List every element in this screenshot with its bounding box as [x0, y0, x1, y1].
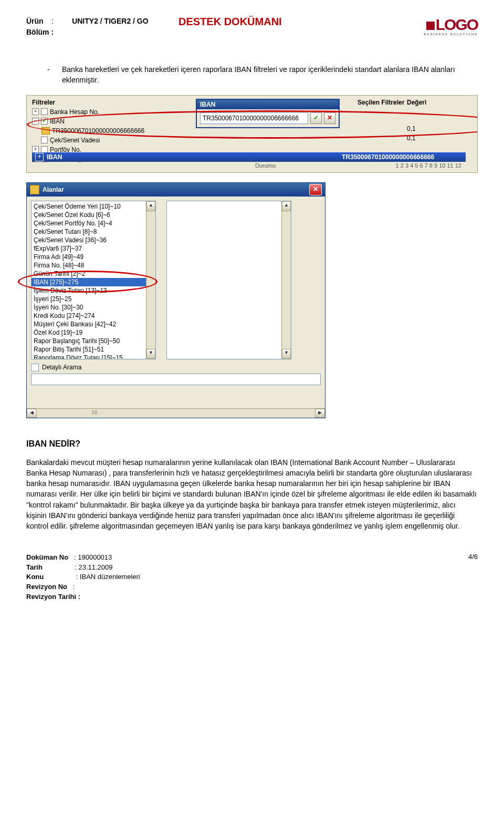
- f-konu-v: : IBAN düzenlemeleri: [76, 573, 140, 581]
- f-tarih-l: Tarih: [26, 563, 43, 571]
- logo-square-icon: [426, 22, 435, 30]
- list-item[interactable]: Günün Tarihi [2]~2: [32, 270, 146, 278]
- scroll-down-icon[interactable]: ▼: [146, 349, 155, 359]
- scroll-up-icon[interactable]: ▲: [282, 201, 291, 211]
- collapse-icon[interactable]: −: [32, 118, 39, 125]
- f-dokno-v: : 190000013: [74, 553, 112, 561]
- selected-filters: Seçilen Filtreler Değeri 0,1: [358, 99, 472, 143]
- search-input[interactable]: [31, 374, 321, 385]
- scroll-track[interactable]: IIII: [37, 409, 152, 418]
- band-value: TR350006701000000006666666: [342, 153, 463, 161]
- list-item[interactable]: İşlem Döviz Tutarı [13]~13: [32, 286, 146, 295]
- checkbox-icon[interactable]: [41, 137, 48, 143]
- fields-listbox-left[interactable]: Çek/Senet Ödeme Yeri [10]~10Çek/Senet Öz…: [31, 201, 156, 359]
- checkbox-checked-icon[interactable]: ✓: [41, 118, 48, 125]
- f-revno-v: :: [73, 583, 75, 591]
- section-label: Bölüm :: [26, 28, 54, 36]
- f-revtarih-l: Revizyon Tarihi :: [26, 593, 80, 601]
- app-icon: [30, 185, 39, 194]
- right-val-1: 0,1: [407, 125, 465, 132]
- list-item[interactable]: Çek/Senet Vadesi [36]~36: [32, 236, 146, 244]
- f-konu-l: Konu: [26, 573, 44, 581]
- f-revno-l: Revizyon No: [26, 583, 67, 591]
- fields-listbox-right[interactable]: ▲ ▼: [166, 201, 291, 359]
- list-item[interactable]: İşyeri No. [30]~30: [32, 303, 146, 312]
- scroll-left-icon[interactable]: ◀: [27, 409, 37, 418]
- folder-icon: [41, 127, 50, 135]
- list-item[interactable]: Özel Kod [19]~19: [32, 328, 146, 337]
- page-header: Ürün : UNITY2 / TIGER2 / GO Bölüm : DEST…: [26, 16, 478, 38]
- screenshot-alanlar-dialog: Alanlar ✕ Çek/Senet Ödeme Yeri [10]~10Çe…: [26, 182, 326, 418]
- list-item[interactable]: Kredi Kodu [274]~274: [32, 312, 146, 320]
- bullet-dash: -: [47, 64, 62, 86]
- scroll-down-icon[interactable]: ▼: [282, 349, 291, 359]
- bullet-row: - Banka hareketleri ve çek hareketleri i…: [47, 64, 478, 86]
- f-dokno-l: Doküman No: [26, 553, 68, 561]
- scroll-up-icon[interactable]: ▲: [146, 201, 155, 211]
- expand-icon[interactable]: +: [32, 108, 39, 115]
- list-item[interactable]: Rapor Başlangıç Tarihi [50]~50: [32, 337, 146, 345]
- bullet-text: Banka hareketleri ve çek hareketleri içe…: [62, 64, 478, 86]
- list-item[interactable]: Raporlama Döviz Tutarı [15]~15: [32, 354, 146, 359]
- iban-input[interactable]: [200, 112, 308, 124]
- band-label: IBAN: [47, 153, 342, 161]
- colon: :: [51, 17, 54, 25]
- tree-row-ceksenet[interactable]: Çek/Senet Vadesi: [32, 136, 200, 145]
- logo-block: LOGO BUSINESS SOLUTIONS: [388, 16, 478, 36]
- tree-label: IBAN: [50, 118, 65, 125]
- value-header: Değeri: [407, 99, 465, 106]
- plus-icon[interactable]: +: [35, 153, 44, 161]
- selected-iban-band[interactable]: + IBAN TR350006701000000006666666: [32, 152, 466, 162]
- doc-title: DESTEK DOKÜMANI: [178, 16, 388, 28]
- list-item[interactable]: Müşteri Çeki Bankası [42]~42: [32, 320, 146, 328]
- list-item[interactable]: Rapor Bitiş Tarihi [51]~51: [32, 345, 146, 354]
- durumu-label: Durumu: [255, 162, 276, 169]
- right-val-2: 0,1: [407, 135, 465, 142]
- header-product-block: Ürün : UNITY2 / TIGER2 / GO Bölüm :: [26, 16, 178, 38]
- filters-header: Filtreler: [32, 99, 200, 106]
- list-item[interactable]: Çek/Senet Özel Kodu [6]~6: [32, 211, 146, 219]
- list-item[interactable]: Firma No. [48]~48: [32, 261, 146, 270]
- search-row: Detaylı Arama: [31, 364, 321, 371]
- tree-row-bankahesap[interactable]: + Banka Hesap No.: [32, 107, 200, 117]
- logo-text: LOGO: [436, 16, 478, 34]
- list-item[interactable]: Çek/Senet Portföy No. [4]~4: [32, 219, 146, 228]
- iban-nedir-heading: IBAN NEDİR?: [26, 439, 478, 449]
- product-value: UNITY2 / TIGER2 / GO: [72, 17, 148, 25]
- scrollbar-vertical[interactable]: ▲ ▼: [146, 201, 155, 359]
- iban-popup-title: IBAN: [197, 100, 339, 109]
- tree-row-iban-value[interactable]: TR350006701000000006666666: [41, 126, 200, 136]
- list-item[interactable]: Firma Adı [49]~49: [32, 253, 146, 261]
- search-label: Detaylı Arama: [42, 364, 81, 371]
- selected-header: Seçilen Filtreler: [358, 99, 407, 106]
- page-number: 4/6: [446, 553, 478, 602]
- confirm-button[interactable]: ✓: [310, 112, 322, 124]
- dialog-titlebar[interactable]: Alanlar ✕: [27, 183, 325, 197]
- product-label: Ürün: [26, 17, 44, 25]
- scrollbar-vertical[interactable]: ▲ ▼: [281, 201, 291, 359]
- iban-popup: IBAN ✓ ✕: [196, 99, 340, 128]
- scroll-right-icon[interactable]: ▶: [315, 409, 325, 418]
- scrollbar-horizontal[interactable]: ◀ IIII ▶: [27, 408, 325, 418]
- list-item[interactable]: İşyeri [25]~25: [32, 295, 146, 303]
- search-checkbox[interactable]: [31, 364, 39, 371]
- tree-value: TR350006701000000006666666: [52, 127, 144, 135]
- f-tarih-v: : 23.11.2009: [75, 563, 112, 571]
- iban-paragraph: Bankalardaki mevcut müşteri hesap numara…: [26, 457, 478, 532]
- tree-label: Çek/Senet Vadesi: [50, 137, 100, 144]
- tree-row-iban[interactable]: − ✓ IBAN: [32, 117, 200, 126]
- tree-label: Banka Hesap No.: [50, 108, 99, 116]
- logo-subtitle: BUSINESS SOLUTIONS: [388, 33, 478, 36]
- list-item[interactable]: fExpVar6 [37]~37: [32, 244, 146, 253]
- list-item[interactable]: Çek/Senet Tutarı [8]~8: [32, 228, 146, 236]
- close-icon[interactable]: ✕: [309, 184, 322, 195]
- page-footer: Doküman No : 190000013 Tarih : 23.11.200…: [26, 553, 478, 602]
- screenshot-filters: Filtreler + Banka Hesap No. − ✓ IBAN: [26, 95, 478, 173]
- list-item[interactable]: Çek/Senet Ödeme Yeri [10]~10: [32, 202, 146, 211]
- list-item[interactable]: IBAN [275]~275: [32, 278, 146, 286]
- dialog-title: Alanlar: [43, 186, 64, 193]
- durumu-value: 1 2 3 4 5 6 7 8 9 10 11 12: [396, 162, 461, 169]
- checkbox-icon[interactable]: [41, 108, 48, 115]
- cancel-button[interactable]: ✕: [324, 112, 335, 124]
